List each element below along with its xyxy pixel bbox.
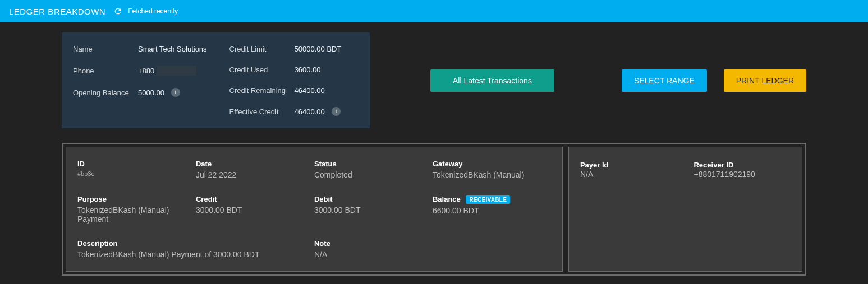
field-credit-label: Credit [196, 195, 314, 203]
field-balance-label-text: Balance [433, 195, 461, 203]
field-note-label: Note [314, 239, 433, 248]
info-icon[interactable]: i [171, 88, 180, 97]
effective-credit-number: 46400.00 [295, 108, 325, 116]
field-id: ID #bb3e [77, 160, 196, 179]
actions-area: All Latest Transactions SELECT RANGE PRI… [392, 69, 806, 92]
field-purpose-value: TokenizedBKash (Manual) Payment [77, 206, 196, 224]
summary-name-value: Smart Tech Solutions [138, 45, 207, 53]
transaction-row-1: ID #bb3e Date Jul 22 2022 Status Complet… [77, 160, 551, 179]
field-balance-value: 6600.00 BDT [433, 206, 551, 215]
details-wrap: ID #bb3e Date Jul 22 2022 Status Complet… [62, 143, 806, 276]
summary-name: Name Smart Tech Solutions [73, 45, 207, 53]
field-credit-value: 3000.00 BDT [196, 206, 314, 215]
summary-col-left: Name Smart Tech Solutions Phone +880 Ope… [73, 45, 207, 116]
field-id-value: #bb3e [77, 170, 196, 177]
field-spacer [433, 239, 551, 259]
transaction-panel: ID #bb3e Date Jul 22 2022 Status Complet… [66, 147, 563, 272]
summary-row: Name Smart Tech Solutions Phone +880 Ope… [62, 32, 806, 128]
summary-phone: Phone +880 [73, 66, 207, 76]
summary-effective-credit-value: 46400.00 i [295, 107, 356, 116]
select-range-button[interactable]: SELECT RANGE [622, 69, 707, 92]
transaction-row-3: Description TokenizedBKash (Manual) Paym… [77, 239, 551, 259]
print-ledger-button[interactable]: PRINT LEDGER [724, 69, 806, 92]
transaction-row-2: Purpose TokenizedBKash (Manual) Payment … [77, 195, 551, 224]
field-status-value: Completed [314, 170, 433, 179]
field-gateway-value: TokenizedBKash (Manual) [433, 170, 551, 179]
field-description-label: Description [77, 239, 314, 248]
field-payer: Payer Id N/A [580, 160, 677, 179]
summary-phone-label: Phone [73, 67, 138, 75]
field-credit: Credit 3000.00 BDT [196, 195, 314, 224]
summary-effective-credit-label: Effective Credit [229, 108, 295, 116]
summary-credit-used: Credit Used 3600.00 [229, 66, 356, 74]
field-debit-value: 3000.00 BDT [314, 206, 433, 215]
info-icon[interactable]: i [332, 107, 341, 116]
page-title: LEDGER BREAKDOWN [9, 7, 105, 16]
refresh-icon[interactable] [113, 7, 122, 16]
summary-credit-remaining-label: Credit Remaining [229, 86, 295, 95]
field-date-label: Date [196, 160, 314, 168]
field-gateway-label: Gateway [433, 160, 551, 168]
field-gateway: Gateway TokenizedBKash (Manual) [433, 160, 551, 179]
field-receiver-label: Receiver ID [694, 161, 733, 169]
summary-opening-balance: Opening Balance 5000.00 i [73, 88, 207, 97]
field-purpose-label: Purpose [77, 195, 196, 203]
summary-credit-used-value: 3600.00 [295, 66, 356, 74]
field-payer-value: N/A [580, 170, 677, 179]
field-date-value: Jul 22 2022 [196, 170, 314, 179]
phone-redacted-block [157, 66, 196, 76]
field-note: Note N/A [314, 239, 433, 259]
summary-opening-balance-label: Opening Balance [73, 89, 138, 97]
field-balance-label: Balance RECEIVABLE [433, 195, 551, 204]
field-note-value: N/A [314, 250, 433, 259]
summary-opening-balance-value: 5000.00 i [138, 88, 200, 97]
summary-credit-remaining: Credit Remaining 46400.00 [229, 86, 356, 95]
field-debit: Debit 3000.00 BDT [314, 195, 433, 224]
summary-credit-limit-label: Credit Limit [229, 45, 295, 53]
summary-phone-value: +880 [138, 66, 200, 76]
field-debit-label: Debit [314, 195, 433, 203]
summary-credit-limit-value: 50000.00 BDT [295, 45, 356, 53]
field-payer-label: Payer Id [580, 161, 609, 169]
balance-badge: RECEIVABLE [466, 195, 510, 204]
header-bar: LEDGER BREAKDOWN Fetched recently [0, 0, 868, 22]
summary-credit-limit: Credit Limit 50000.00 BDT [229, 45, 356, 53]
parties-panel: Payer Id N/A Receiver ID +8801711902190 [568, 147, 802, 272]
field-receiver: Receiver ID +8801711902190 [694, 160, 791, 179]
fetch-status: Fetched recently [128, 7, 178, 15]
field-receiver-value: +8801711902190 [694, 170, 791, 179]
summary-phone-prefix: +880 [138, 67, 154, 75]
summary-col-right: Credit Limit 50000.00 BDT Credit Used 36… [229, 45, 356, 116]
summary-name-label: Name [73, 45, 138, 53]
field-description: Description TokenizedBKash (Manual) Paym… [77, 239, 314, 259]
summary-card: Name Smart Tech Solutions Phone +880 Ope… [62, 32, 370, 128]
parties-row: Payer Id N/A Receiver ID +8801711902190 [580, 160, 791, 179]
field-description-value: TokenizedBKash (Manual) Payment of 3000.… [77, 250, 314, 259]
all-latest-transactions-button[interactable]: All Latest Transactions [430, 69, 554, 92]
content: Name Smart Tech Solutions Phone +880 Ope… [0, 22, 868, 284]
field-status: Status Completed [314, 160, 433, 179]
field-id-label: ID [77, 160, 196, 168]
opening-balance-number: 5000.00 [138, 89, 164, 97]
field-status-label: Status [314, 160, 433, 168]
field-purpose: Purpose TokenizedBKash (Manual) Payment [77, 195, 196, 224]
field-balance: Balance RECEIVABLE 6600.00 BDT [433, 195, 551, 224]
summary-effective-credit: Effective Credit 46400.00 i [229, 107, 356, 116]
summary-credit-remaining-value: 46400.00 [295, 86, 356, 95]
field-date: Date Jul 22 2022 [196, 160, 314, 179]
summary-credit-used-label: Credit Used [229, 66, 295, 74]
